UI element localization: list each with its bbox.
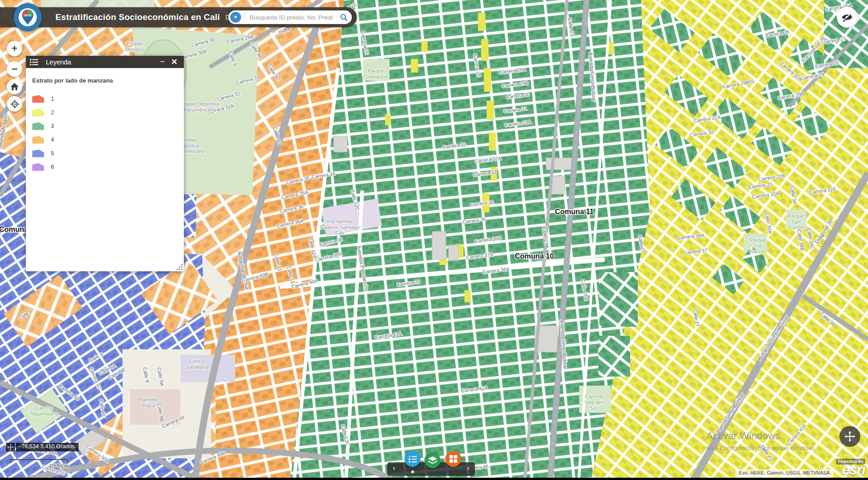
legend-swatch bbox=[32, 95, 44, 103]
legend-minimize-button[interactable]: – bbox=[155, 57, 170, 68]
zoom-out-button[interactable]: − bbox=[7, 61, 22, 77]
legend-heading: Estrato por lado de manzana bbox=[32, 77, 178, 84]
dock-next-button[interactable]: › bbox=[467, 464, 469, 473]
legend-item: 4 bbox=[32, 133, 178, 147]
legend-swatch bbox=[32, 122, 44, 130]
search-divider bbox=[245, 13, 245, 22]
legend-item: 1 bbox=[32, 92, 178, 106]
legend-close-button[interactable]: ✕ bbox=[170, 58, 184, 66]
legend-item-label: 1 bbox=[51, 96, 54, 102]
search-input[interactable] bbox=[249, 14, 340, 21]
map-label: EstadioOlímpico bbox=[125, 41, 144, 52]
layers-icon bbox=[428, 456, 437, 465]
comuna-label: Comuna 10 bbox=[515, 252, 554, 260]
legend-panel-header[interactable]: Leyenda – ✕ bbox=[26, 56, 184, 68]
pan-icon bbox=[844, 431, 855, 442]
legend-icon bbox=[408, 456, 417, 463]
legend-item: 5 bbox=[32, 147, 178, 160]
chevron-down-icon: ▼ bbox=[233, 15, 238, 20]
coordinates-widget: -76,534 3,410 Grados bbox=[6, 443, 79, 451]
coordinates-readout: -76,534 3,410 Grados bbox=[16, 443, 79, 451]
app-header: IDESC Estratificación Socioeconómica en … bbox=[0, 7, 357, 27]
legend-item-label: 5 bbox=[51, 150, 54, 157]
legend-item: 6 bbox=[32, 160, 178, 174]
zoom-in-label: + bbox=[12, 43, 18, 54]
legend-body: Estrato por lado de manzana 123456 bbox=[26, 68, 184, 271]
search-icon bbox=[340, 14, 348, 21]
home-button[interactable] bbox=[7, 79, 22, 94]
idesc-pin-icon: IDESC bbox=[21, 9, 35, 25]
legend-swatch bbox=[32, 136, 44, 144]
legend-title: Leyenda bbox=[46, 59, 71, 66]
legend-items: 123456 bbox=[32, 92, 178, 174]
legend-swatch bbox=[32, 109, 44, 117]
legend-swatch bbox=[32, 150, 44, 157]
home-icon bbox=[10, 83, 19, 90]
map-stage: Carrera 29ACarrera 30Carrera 30ACalle 9C… bbox=[0, 0, 868, 480]
esri-brand: esri bbox=[842, 462, 865, 478]
map-label: Unidad DeportivaPanamericana bbox=[181, 101, 220, 113]
toggle-visibility-button[interactable] bbox=[837, 7, 858, 28]
basemap-dock-button[interactable] bbox=[445, 451, 461, 467]
legend-item-label: 2 bbox=[51, 109, 54, 116]
legend-item-label: 6 bbox=[51, 164, 54, 170]
locate-icon bbox=[10, 100, 19, 108]
zoom-out-label: − bbox=[11, 63, 18, 75]
comuna-label: Comuna 11 bbox=[555, 208, 593, 216]
legend-panel: Leyenda – ✕ Estrato por lado de manzana … bbox=[26, 56, 184, 271]
legend-item-label: 4 bbox=[51, 137, 54, 143]
app-logo: IDESC bbox=[14, 3, 42, 31]
dock-page-dot[interactable] bbox=[411, 470, 414, 473]
search-widget: ▼ bbox=[228, 10, 352, 24]
legend-item-label: 3 bbox=[51, 123, 54, 129]
visibility-off-icon bbox=[841, 12, 853, 22]
legend-swatch bbox=[32, 163, 44, 171]
crosshair-icon bbox=[8, 444, 14, 450]
page-title: Estratificación Socioeconómica en Cali bbox=[55, 12, 220, 22]
legend-dock-button[interactable] bbox=[404, 451, 420, 467]
coordinates-capture-button[interactable] bbox=[6, 443, 15, 451]
basemap-grid-icon bbox=[449, 455, 457, 463]
dock-prev-button[interactable]: ‹ bbox=[393, 464, 395, 473]
locate-button[interactable] bbox=[7, 96, 22, 112]
layers-dock-button[interactable] bbox=[424, 452, 440, 468]
svg-text:IDESC: IDESC bbox=[24, 14, 32, 17]
legend-item: 2 bbox=[32, 106, 178, 119]
map-attribution: Esri, HERE, Garmin, USGS, METI/NASA bbox=[735, 470, 833, 478]
scale-label: 1000pie bbox=[49, 463, 69, 469]
legend-resize-handle[interactable] bbox=[176, 264, 182, 270]
legend-list-icon bbox=[30, 59, 38, 65]
legend-item: 3 bbox=[32, 119, 178, 133]
screen-bottom-edge bbox=[0, 478, 868, 480]
zoom-in-button[interactable]: + bbox=[7, 41, 22, 56]
search-source-dropdown[interactable]: ▼ bbox=[230, 12, 241, 23]
search-button[interactable] bbox=[340, 14, 348, 21]
pan-mode-button[interactable] bbox=[839, 426, 860, 447]
esri-logo: POWERED BY esri bbox=[836, 456, 865, 476]
